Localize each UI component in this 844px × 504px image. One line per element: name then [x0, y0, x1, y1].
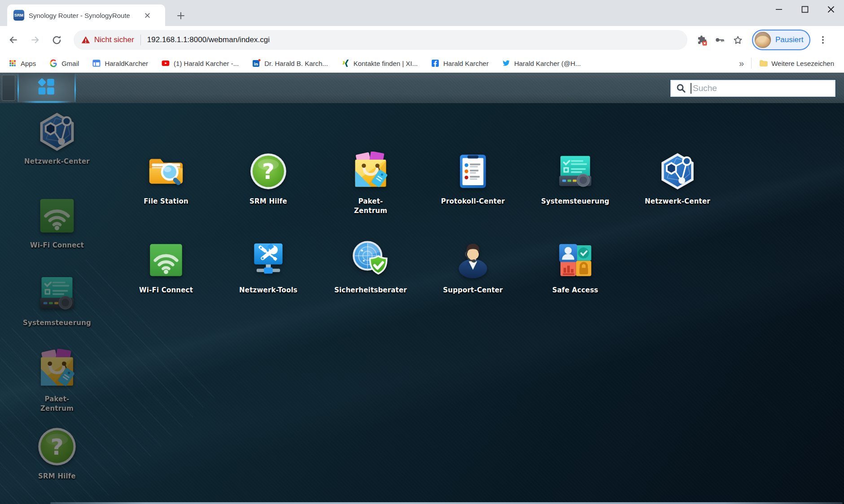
desktop-shortcut-paket-zentrum[interactable]: Paket- Zentrum	[17, 349, 97, 413]
app-label: File Station	[144, 197, 188, 206]
address-bar[interactable]: Nicht sicher 192.168.1.1:8000/webman/ind…	[74, 30, 687, 50]
browser-tab[interactable]: SRM Synology Router - SynologyRoute	[7, 4, 165, 26]
bookmark-label: Dr. Harald B. Karch...	[264, 60, 328, 67]
paket-zentrum-icon	[36, 349, 78, 390]
security-warning-label[interactable]: Nicht sicher	[94, 35, 134, 44]
profile-button[interactable]: Pausiert	[752, 30, 810, 50]
bookmarks-divider	[751, 58, 752, 69]
app-grid-item-paket-zentrum-menu[interactable]: Paket- Zentrum	[319, 152, 422, 240]
desktop-shortcut-wifi-connect[interactable]: Wi-Fi Connect	[17, 195, 97, 250]
bookmarks-bar: Apps Gmail HaraldKarcher (1) Harald Karc…	[0, 54, 844, 73]
app-grid-item-wifi-connect[interactable]: Wi-Fi Connect	[115, 240, 217, 329]
app-grid-item-srm-hilfe-menu[interactable]: ?SRM Hilfe	[217, 152, 319, 240]
app-grid-item-support-center[interactable]: Support-Center	[422, 240, 524, 329]
sicherheitsberater-icon	[351, 240, 390, 280]
bookmark-youtube[interactable]: (1) Harald Karcher -...	[161, 59, 239, 68]
app-label: Protokoll-Center	[441, 197, 505, 206]
new-tab-button[interactable]	[174, 9, 188, 22]
tab-close-icon[interactable]	[142, 10, 153, 21]
bookmark-twitter[interactable]: Harald Karcher (@H...	[502, 59, 581, 68]
search-icon	[676, 83, 687, 94]
app-grid-item-protokoll-center[interactable]: Protokoll-Center	[422, 152, 524, 240]
protokoll-center-icon	[453, 152, 493, 191]
minimize-button[interactable]	[766, 0, 792, 19]
bookmark-xing[interactable]: Kontakte finden | XI...	[341, 59, 418, 68]
tab-title: Synology Router - SynologyRoute	[29, 12, 142, 19]
app-label: SRM Hilfe	[249, 197, 287, 206]
apps-grid-icon	[8, 59, 17, 68]
srm-hilfe-icon: ?	[36, 426, 78, 467]
main-menu-button[interactable]	[18, 74, 75, 102]
srm-desktop: Netzwerk-Center Wi-Fi Connect Systemsteu…	[0, 103, 844, 504]
bookmark-star-icon[interactable]	[729, 31, 747, 49]
shortcut-label: Paket- Zentrum	[40, 395, 74, 413]
bookmark-apps-grid[interactable]: Apps	[8, 59, 36, 68]
forward-icon[interactable]	[26, 31, 44, 49]
netzwerk-center-icon	[36, 111, 78, 152]
app-grid-item-file-station[interactable]: File Station	[115, 152, 217, 240]
reload-icon[interactable]	[48, 31, 66, 49]
youtube-icon	[161, 59, 170, 68]
srm-hilfe-icon: ?	[249, 152, 288, 191]
desktop-shortcut-systemsteuerung[interactable]: Systemsteuerung	[17, 273, 97, 328]
shortcut-label: SRM Hilfe	[38, 472, 76, 481]
main-menu-app-grid: File Station ?SRM Hilfe Paket- Zentrum P…	[115, 152, 730, 329]
paket-zentrum-icon	[351, 152, 390, 191]
wifi-connect-icon	[36, 195, 78, 236]
browser-window: SRM Synology Router - SynologyRoute	[0, 0, 844, 504]
svg-text:?: ?	[262, 159, 275, 184]
netzwerk-tools-icon	[249, 240, 288, 280]
app-label: Netzwerk-Tools	[239, 286, 297, 295]
app-grid-item-netzwerk-tools[interactable]: Netzwerk-Tools	[217, 240, 319, 329]
shortcut-label: Netzwerk-Center	[24, 157, 90, 166]
app-label: Sicherheitsberater	[334, 286, 407, 295]
key-icon[interactable]	[711, 31, 729, 49]
bookmark-label: (1) Harald Karcher -...	[174, 60, 239, 67]
blue-window-icon	[92, 59, 101, 68]
back-icon[interactable]	[4, 31, 22, 49]
bookmarks-overflow-chevron[interactable]: »	[732, 58, 751, 69]
bookmark-label: Harald Karcher	[443, 60, 489, 67]
app-grid-item-systemsteuerung-menu[interactable]: Systemsteuerung	[524, 152, 626, 240]
app-grid-item-netzwerk-center-menu[interactable]: Netzwerk-Center	[626, 152, 729, 240]
search-input[interactable]	[691, 81, 835, 96]
desktop-shortcut-netzwerk-center[interactable]: Netzwerk-Center	[17, 111, 97, 166]
folder-icon	[759, 59, 768, 68]
bookmark-facebook[interactable]: Harald Karcher	[431, 59, 489, 68]
svg-text:in: in	[254, 61, 258, 66]
xing-icon	[341, 59, 350, 68]
srm-left-panel-button[interactable]	[2, 75, 15, 101]
facebook-icon	[431, 59, 440, 68]
other-bookmarks-button[interactable]: Weitere Lesezeichen	[759, 59, 834, 68]
svg-text:?: ?	[50, 434, 63, 460]
srm-search-box[interactable]	[670, 80, 835, 97]
bookmark-label: Kontakte finden | XI...	[354, 60, 418, 67]
desktop-shortcut-srm-hilfe[interactable]: ?SRM Hilfe	[17, 426, 97, 481]
maximize-button[interactable]	[792, 0, 818, 19]
app-label: Paket- Zentrum	[354, 197, 387, 216]
app-grid-item-sicherheitsberater[interactable]: Sicherheitsberater	[319, 240, 422, 329]
bookmark-label: Harald Karcher (@H...	[514, 60, 581, 67]
omnibox-divider	[140, 35, 141, 45]
close-button[interactable]	[818, 0, 844, 19]
app-label: Support-Center	[443, 286, 503, 295]
srm-toolbar	[0, 73, 844, 103]
bookmark-label: Gmail	[61, 60, 79, 67]
systemsteuerung-icon	[36, 273, 78, 314]
support-center-icon	[453, 240, 493, 280]
bookmark-google-g[interactable]: Gmail	[49, 59, 79, 68]
google-g-icon	[49, 59, 58, 68]
bookmark-linkedin[interactable]: in Dr. Harald B. Karch...	[252, 59, 328, 68]
file-station-icon	[146, 152, 186, 191]
profile-avatar	[755, 32, 771, 48]
app-label: Wi-Fi Connect	[139, 286, 193, 295]
app-grid-item-safe-access[interactable]: Safe Access	[524, 240, 626, 329]
app-label: Systemsteuerung	[541, 197, 609, 206]
extension-icon[interactable]	[693, 31, 711, 49]
chrome-menu-icon[interactable]	[814, 31, 832, 49]
other-bookmarks-label: Weitere Lesezeichen	[771, 60, 834, 67]
url-text[interactable]: 192.168.1.1:8000/webman/index.cgi	[147, 35, 270, 44]
systemsteuerung-icon	[555, 152, 595, 191]
bookmark-blue-window[interactable]: HaraldKarcher	[92, 59, 148, 68]
tab-strip: SRM Synology Router - SynologyRoute	[0, 0, 844, 26]
